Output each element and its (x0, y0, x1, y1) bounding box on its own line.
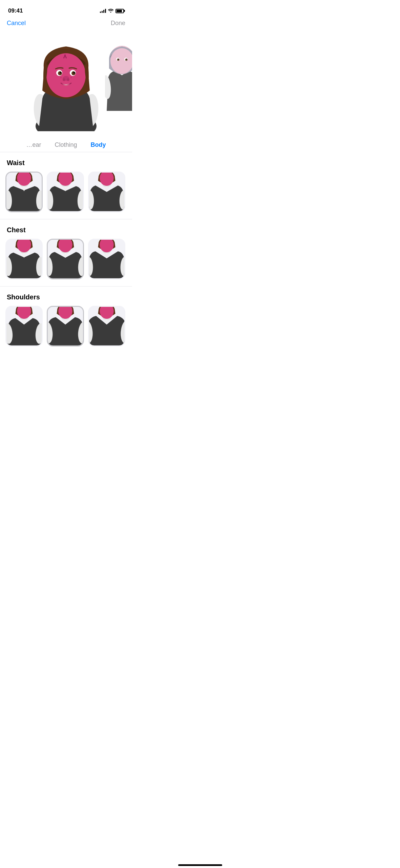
svg-point-30 (118, 59, 119, 60)
avatar-preview (0, 29, 132, 138)
svg-point-5 (46, 53, 86, 97)
status-bar: 09:41 (0, 0, 132, 17)
side-avatar (105, 43, 132, 111)
done-button[interactable]: Done (111, 20, 125, 27)
svg-point-73 (17, 306, 31, 319)
waist-option-1[interactable] (5, 172, 43, 212)
svg-point-31 (126, 59, 127, 60)
status-icons (100, 8, 124, 14)
chest-title: Chest (0, 226, 132, 239)
battery-icon (115, 9, 124, 13)
svg-point-79 (58, 306, 72, 319)
tab-body[interactable]: Body (91, 141, 106, 151)
shoulders-section: Shoulders (0, 287, 132, 353)
signal-icon (100, 9, 106, 13)
chest-option-3[interactable] (88, 239, 125, 279)
svg-point-13 (75, 72, 75, 72)
chest-option-2[interactable] (47, 239, 84, 279)
svg-point-61 (58, 239, 72, 252)
content-scroll: Waist (0, 152, 132, 367)
shoulders-option-2[interactable] (47, 306, 84, 347)
status-time: 09:41 (8, 7, 23, 14)
svg-point-49 (100, 172, 114, 186)
waist-section: Waist (0, 152, 132, 219)
svg-point-12 (61, 72, 62, 72)
tab-clothing[interactable]: Clothing (55, 141, 77, 151)
chest-section: Chest (0, 219, 132, 287)
svg-point-19 (68, 79, 69, 80)
waist-option-3[interactable] (88, 172, 125, 212)
svg-point-85 (100, 306, 114, 319)
wifi-icon (108, 8, 113, 14)
svg-point-37 (17, 172, 31, 186)
svg-point-17 (60, 77, 62, 78)
tabs-bar: …ear Clothing Body (0, 138, 132, 152)
svg-point-67 (100, 239, 114, 252)
main-avatar (27, 36, 105, 131)
waist-title: Waist (0, 159, 132, 172)
cancel-button[interactable]: Cancel (7, 20, 26, 27)
waist-options (0, 172, 132, 219)
svg-point-20 (70, 77, 72, 78)
chest-option-1[interactable] (5, 239, 43, 279)
chest-options (0, 239, 132, 286)
shoulders-options (0, 306, 132, 353)
nav-bar: Cancel Done (0, 17, 132, 29)
svg-point-18 (63, 79, 64, 80)
svg-point-55 (17, 239, 31, 252)
shoulders-option-3[interactable] (88, 306, 125, 347)
shoulders-title: Shoulders (0, 293, 132, 306)
shoulders-option-1[interactable] (5, 306, 43, 347)
waist-option-2[interactable] (47, 172, 84, 212)
tab-headwear[interactable]: …ear (26, 141, 41, 151)
svg-point-43 (58, 172, 72, 186)
